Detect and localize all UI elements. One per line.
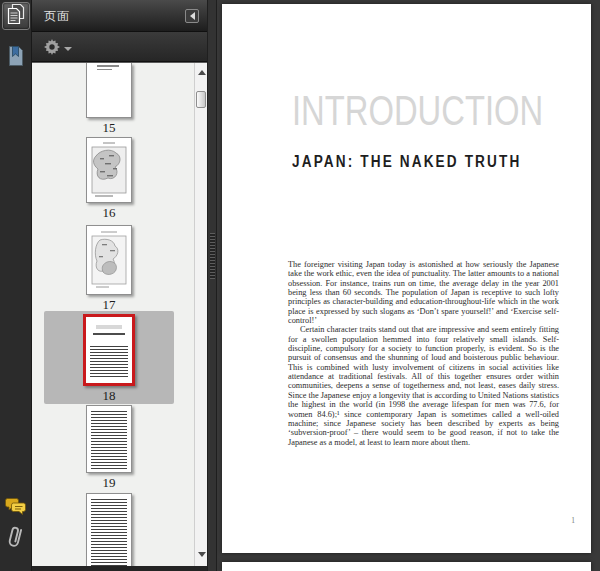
- thumbnail-page-17[interactable]: 17: [44, 225, 174, 311]
- scrollbar-thumb[interactable]: [196, 91, 206, 108]
- chevron-down-icon: [64, 47, 72, 51]
- paragraph-2: Certain character traits stand out that …: [288, 325, 559, 446]
- thumbnail-image: [86, 225, 132, 295]
- collapse-left-icon: [190, 12, 195, 20]
- grip-dots-icon: [210, 233, 215, 279]
- thumbnail-page-18-selected[interactable]: 18: [44, 311, 174, 404]
- thumbnail-list[interactable]: 15 16: [32, 62, 207, 571]
- body-text: The foreigner visiting Japan today is as…: [288, 260, 559, 447]
- scroll-up-button[interactable]: [195, 66, 207, 78]
- options-menu-button[interactable]: [44, 39, 72, 59]
- arrow-down-icon: [198, 552, 206, 557]
- pdf-reader-window: 页面 15: [0, 0, 600, 571]
- attachments-panel-button[interactable]: [2, 526, 30, 554]
- thumbnail-scrollbar[interactable]: [194, 63, 207, 566]
- page-number: 1: [571, 516, 575, 525]
- navigation-pane-strip: [0, 0, 32, 571]
- thumbnail-page-15[interactable]: 15: [44, 63, 174, 134]
- thumbnail-page-16[interactable]: 16: [44, 137, 174, 219]
- thumbnail-options-bar: [32, 32, 207, 62]
- pages-panel: 页面 15: [32, 0, 207, 571]
- comments-panel-button[interactable]: [2, 494, 30, 522]
- thumbnail-image: [86, 405, 132, 473]
- thumbnail-label: 15: [103, 121, 116, 134]
- paragraph-1: The foreigner visiting Japan today is as…: [288, 260, 559, 325]
- panel-resize-handle[interactable]: [207, 0, 217, 571]
- paperclip-icon: [6, 524, 26, 556]
- section-title: JAPAN: THE NAKED TRUTH: [292, 153, 521, 171]
- bookmarks-panel-button[interactable]: [2, 44, 30, 72]
- bookmarks-icon: [7, 45, 25, 71]
- comments-icon: [5, 497, 27, 520]
- pages-icon: [6, 3, 26, 29]
- collapse-panel-button[interactable]: [185, 9, 199, 23]
- arrow-up-icon: [198, 70, 206, 75]
- thumbnail-label: 18: [103, 389, 116, 402]
- thumbnail-label: 17: [103, 298, 116, 311]
- thumbnail-image: [86, 493, 132, 571]
- pages-panel-header: 页面: [32, 0, 207, 32]
- thumbnail-image: [86, 63, 132, 118]
- thumbnail-label: 16: [103, 206, 116, 219]
- scroll-down-button[interactable]: [195, 548, 207, 560]
- document-page-18: INTRODUCTION JAPAN: THE NAKED TRUTH The …: [222, 4, 591, 553]
- document-page-19-edge: [222, 562, 591, 571]
- thumbnail-image: [83, 314, 135, 386]
- thumbnail-page-19[interactable]: 19: [44, 405, 174, 489]
- chapter-heading: INTRODUCTION: [292, 90, 543, 132]
- gear-icon: [44, 39, 60, 59]
- thumbnail-page-20-partial[interactable]: [44, 493, 174, 571]
- panel-title: 页面: [44, 8, 70, 25]
- thumbnail-image: [86, 137, 132, 203]
- pages-panel-button[interactable]: [2, 2, 30, 30]
- thumbnail-label: 19: [103, 476, 116, 489]
- document-view[interactable]: INTRODUCTION JAPAN: THE NAKED TRUTH The …: [217, 0, 600, 571]
